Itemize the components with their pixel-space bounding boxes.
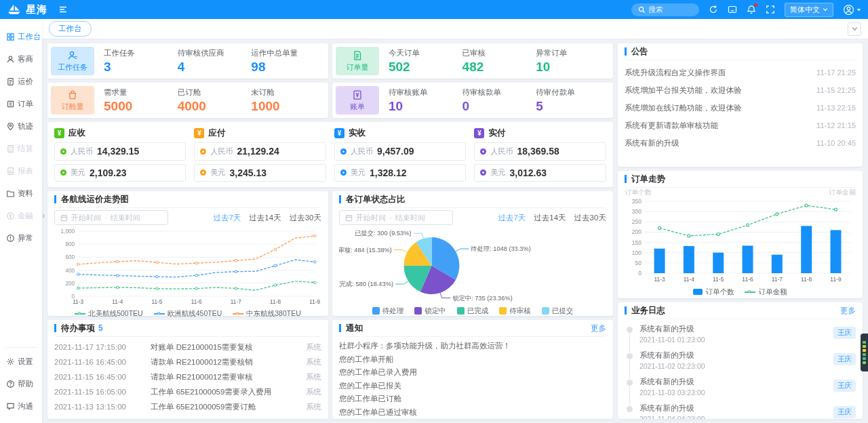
- notice-item[interactable]: 您的工作单开船: [339, 353, 606, 367]
- timeline-dot: [627, 327, 633, 333]
- svg-text:11-9: 11-9: [309, 298, 320, 305]
- legend-completed[interactable]: 已完成: [457, 306, 489, 316]
- dot-icon: [340, 169, 347, 176]
- sidebar-item-chat[interactable]: 沟通: [0, 395, 42, 418]
- todo-item[interactable]: 2021-11-17 17:15:00 对账单 DE21000015需要复核 系…: [54, 340, 321, 355]
- metric-demand: 需求量 5000: [104, 87, 178, 114]
- chevron-down-icon: [823, 7, 828, 12]
- announcement-item[interactable]: 系统有更新请款单审核功能 11-12 21:15: [625, 117, 856, 134]
- y-axis-right-label: 订单金额: [829, 188, 856, 197]
- business-log-more-link[interactable]: 更多: [840, 306, 856, 316]
- end-date-placeholder: 结束时间: [111, 213, 140, 223]
- sidebar-item-workbench[interactable]: 工作台: [0, 26, 42, 48]
- sidebar-item-settlement[interactable]: 结算: [0, 138, 42, 160]
- legend-submitted[interactable]: 已提交: [542, 306, 574, 316]
- notice-item[interactable]: 社群小程序：多项功能升级，助力社群高效运营！: [339, 340, 606, 353]
- finance-title: 应收: [68, 127, 85, 139]
- calendar-icon: [60, 214, 68, 222]
- global-search[interactable]: [631, 3, 699, 16]
- sidebar-item-customers[interactable]: 客商: [0, 48, 42, 70]
- business-log-card: 业务日志 更多 系统有新的升级 2021-11-01 01:23:00 王庆: [618, 302, 863, 419]
- search-input[interactable]: [648, 5, 696, 14]
- announcement-item[interactable]: 系统增加在线订舱功能，欢迎体验 11-13 22:15: [625, 99, 856, 117]
- notice-item[interactable]: 您的工作单已订舱: [339, 392, 606, 406]
- legend-europe[interactable]: 欧洲航线450TEU: [154, 309, 222, 319]
- window-layout-icon[interactable]: [728, 5, 737, 14]
- legend-middle-east[interactable]: 中东航线380TEU: [233, 309, 301, 319]
- sidebar-item-settings[interactable]: 设置: [0, 350, 42, 373]
- route-price-line-chart: 02004006008001,00011-311-411-511-611-711…: [54, 227, 321, 306]
- announcement-item[interactable]: 系统有新的升级 11-10 20:45: [625, 134, 856, 152]
- floating-extension-widget[interactable]: [861, 334, 868, 371]
- legend-pending[interactable]: 待处理: [372, 306, 404, 316]
- filter-30d[interactable]: 过去30天: [574, 213, 606, 223]
- menu-fold-icon[interactable]: [58, 5, 68, 14]
- user-badge[interactable]: 王庆: [833, 406, 856, 418]
- bills-tile: 账单: [336, 86, 379, 115]
- receivable-usd: 美元 2,109.23: [54, 164, 186, 182]
- legend-order-amount[interactable]: 订单金额: [745, 287, 787, 297]
- legend-north-america[interactable]: 北美航线500TEU: [75, 309, 143, 319]
- tab-workbench[interactable]: 工作台: [49, 21, 92, 37]
- user-badge-icon: [67, 50, 78, 61]
- avatar-icon: [843, 4, 854, 16]
- notice-item[interactable]: 您的工作单已录入费用: [339, 366, 606, 380]
- announcement-item[interactable]: 系统增加平台报关功能，欢迎体验 11-15 21:25: [625, 81, 856, 99]
- tab-strip: 工作台: [42, 19, 868, 39]
- grid-icon: [6, 33, 15, 41]
- legend-order-count[interactable]: 订单个数: [693, 287, 734, 297]
- tabbar-collapse-button[interactable]: [848, 22, 861, 36]
- svg-text:11-7: 11-7: [231, 298, 241, 305]
- user-badge[interactable]: 王庆: [833, 353, 856, 365]
- main-area: 工作台 工作任务 工作任务 3: [42, 19, 868, 423]
- todo-item[interactable]: 2021-11-15 16:05:00 工作单 65E21000059需要录入费…: [54, 384, 321, 399]
- date-range-picker[interactable]: 开始时间 · 结束时间: [339, 210, 453, 225]
- filter-14d[interactable]: 过去14天: [249, 213, 281, 223]
- announcement-item[interactable]: 系统升级流程自定义操作界面 11-17 21:25: [625, 64, 856, 81]
- sidebar-item-tracking[interactable]: 轨迹: [0, 115, 42, 138]
- todo-item[interactable]: 2021-11-13 13:15:00 工作单 65E21000059需要订舱 …: [54, 399, 321, 414]
- finance-payable: ¥ 应付 人民币 21,129.24 美元 3,245.13: [194, 127, 326, 182]
- filter-7d[interactable]: 过去7天: [213, 213, 241, 223]
- sidebar-item-rates[interactable]: 运价: [0, 70, 42, 93]
- filter-30d[interactable]: 过去30天: [290, 213, 321, 223]
- todo-item[interactable]: 2021-11-16 16:45:00 请款单 RE21000012需要核销 系…: [54, 355, 321, 369]
- user-badge[interactable]: 王庆: [833, 327, 856, 339]
- filter-7d[interactable]: 过去7天: [498, 213, 526, 223]
- sidebar-item-exceptions[interactable]: 异常: [0, 227, 42, 249]
- refresh-icon[interactable]: [709, 5, 718, 14]
- svg-text:50: 50: [635, 260, 642, 266]
- svg-text:已完成: 580 (18.43%): 已完成: 580 (18.43%): [339, 281, 393, 287]
- receivable-icon: ¥: [54, 128, 64, 138]
- receivable-cny: 人民币 14,329.15: [54, 142, 186, 161]
- legend-to-review[interactable]: 待审核: [499, 306, 531, 316]
- stat-card-bills: 账单 待审核账单 10 待审核款单 0 待审付款单 5: [332, 83, 613, 118]
- date-range-picker[interactable]: 开始时间 · 结束时间: [54, 210, 168, 225]
- log-item: 系统有新的升级 2021-11-03 03:23:00 王庆: [625, 374, 856, 400]
- notice-item[interactable]: 您的工作单已通过审核: [339, 406, 606, 420]
- notice-item[interactable]: 您的工作单已报关: [339, 380, 606, 393]
- fullscreen-icon[interactable]: [766, 5, 775, 14]
- app-logo[interactable]: 星海: [7, 3, 47, 16]
- filter-14d[interactable]: 过去14天: [534, 213, 566, 223]
- user-badge[interactable]: 王庆: [833, 380, 856, 392]
- report-chart-icon: [6, 167, 15, 176]
- received-icon: ¥: [334, 128, 344, 138]
- dot-icon: [480, 169, 486, 176]
- sidebar-collapse-handle[interactable]: ›: [42, 210, 45, 220]
- sidebar-item-help[interactable]: 帮助: [0, 373, 42, 395]
- sidebar-item-orders[interactable]: 订单: [0, 93, 42, 115]
- app-title: 星海: [26, 3, 47, 16]
- sidebar-item-finance[interactable]: 金融: [0, 205, 42, 227]
- sidebar-item-materials[interactable]: 资料: [0, 182, 42, 205]
- notices-more-link[interactable]: 更多: [591, 323, 606, 334]
- language-selector[interactable]: 简体中文: [785, 3, 833, 17]
- svg-text:11-6: 11-6: [742, 276, 753, 283]
- metric-pending-pay-orders: 待审付款单 5: [536, 87, 610, 114]
- legend-locked[interactable]: 锁定中: [414, 306, 446, 316]
- todo-item[interactable]: 2021-11-15 16:45:00 请款单 RE21000012需要审核 系…: [54, 369, 321, 384]
- notifications-icon[interactable]: [747, 5, 756, 14]
- user-avatar[interactable]: [843, 4, 861, 16]
- sidebar-item-reports[interactable]: 报表: [0, 160, 42, 182]
- card-title: 各航线运价走势图: [54, 195, 129, 203]
